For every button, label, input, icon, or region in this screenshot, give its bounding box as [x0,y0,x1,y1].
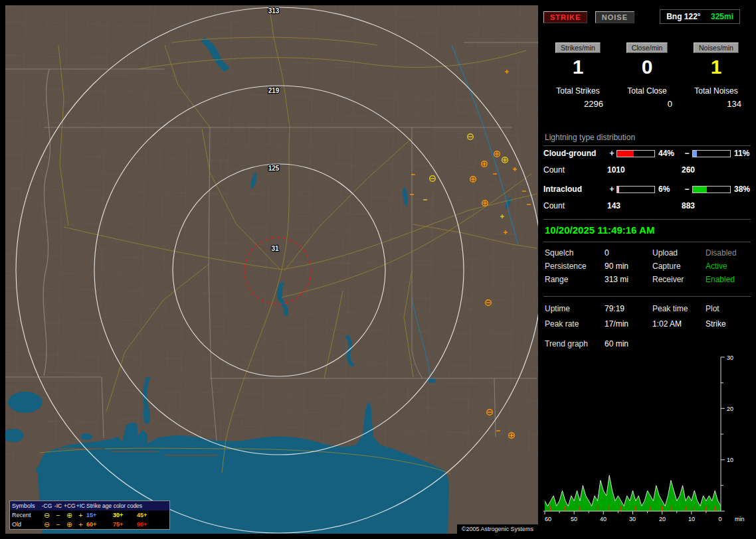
legend-old-label: Old [12,521,41,528]
squelch-label: Squelch [545,248,605,258]
datetime-display: 10/20/2025 11:49:16 AM [543,224,751,236]
trend-header: Trend graph 60 min [543,339,751,348]
svg-text:60: 60 [545,516,551,522]
total-value-row: 2296 0 134 [543,99,751,109]
intracloud-label: Intracloud [543,185,607,194]
copyright-notice: ©2005 Astrogenic Systems [457,524,538,534]
plot-value: Strike [706,319,752,329]
close-rate-value: 0 [613,56,682,78]
minus-sign: − [682,149,692,158]
recent-neg-ic-icon: − [52,512,64,518]
county-grid [5,5,538,463]
total-strikes-label: Total Strikes [543,86,613,96]
receiver-value: Enabled [706,275,752,284]
receiver-label: Receiver [652,275,706,284]
noises-rate-value: 1 [682,56,751,78]
svg-text:30: 30 [727,354,733,361]
trend-y-labels: 30 20 10 [727,354,733,463]
svg-text:30: 30 [629,516,636,522]
plot-label: Plot [706,304,752,313]
old-neg-ic-icon: − [52,521,64,528]
total-strikes-value: 2296 [543,99,613,109]
cg-negative-bar [692,150,731,157]
total-close-label: Total Close [613,86,682,96]
age-15: 15+ [86,512,113,518]
settings-row-2: Persistence 90 min Capture Active [543,262,751,271]
old-pos-cg-icon: ⊕ [64,521,75,528]
peak-rate-value: 17/min [605,319,652,329]
squelch-value: 0 [605,248,652,258]
legend-col-neg-cg: -CG [41,502,52,509]
noise-mode-button[interactable]: NOISE [595,11,634,23]
uptime-value: 79:19 [605,304,652,313]
peak-rate-label: Peak rate [545,319,605,329]
mode-toolbar: STRIKE NOISE Bng 122° 325mi [543,11,751,25]
ring-label-125: 125 [268,165,280,172]
age-45: 45+ [137,512,161,518]
range-label: Range [545,275,605,284]
recent-pos-cg-icon: ⊕ [64,512,75,518]
settings-row-3: Range 313 mi Receiver Enabled [543,275,751,284]
divider [543,296,751,297]
legend-recent-label: Recent [12,512,41,518]
total-noises-value: 134 [682,99,751,109]
noises-per-min-button[interactable]: Noises/min [694,42,739,53]
trend-x-labels: 60 50 40 30 20 10 0 min [545,516,745,522]
old-pos-ic-icon: + [75,521,86,528]
trend-graph: 30 20 10 60 50 40 30 20 10 0 min [543,353,751,531]
total-noises-label: Total Noises [682,86,751,96]
strikes-per-min-button[interactable]: Strikes/min [555,42,601,53]
strike-mode-button[interactable]: STRIKE [543,11,587,23]
ic-negative-bar [692,186,731,193]
recent-neg-cg-icon: ⊖ [41,512,52,518]
cloud-ground-label: Cloud-ground [543,149,607,158]
strikes-rate-value: 1 [543,56,613,78]
ic-positive-bar [616,186,655,193]
peak-time-value: 1:02 AM [652,319,706,329]
legend-old-row: Old ⊖ − ⊕ + 60+ 75+ 90+ [10,520,169,529]
capture-value: Active [706,262,752,271]
cg-positive-count: 1010 [607,165,682,175]
legend-symbols-label: Symbols [12,502,41,509]
persistence-label: Persistence [545,262,605,271]
capture-label: Capture [652,262,706,271]
legend-header-row: Symbols -CG -IC +CG +IC Strike age color… [10,501,169,510]
intracloud-count-row: Count 143 883 [543,201,751,210]
range-readout: 325mi [711,12,733,21]
strike-legend: Symbols -CG -IC +CG +IC Strike age color… [9,501,170,530]
age-75: 75+ [113,521,137,528]
ic-negative-count: 883 [682,201,751,210]
ic-positive-count: 143 [607,201,682,210]
count-label: Count [543,165,607,175]
age-30: 30+ [113,512,137,518]
legend-col-pos-ic: +IC [75,502,86,509]
divider [543,219,751,220]
ic-negative-pct: 38% [731,185,751,194]
cg-negative-pct: 11% [731,149,751,158]
svg-text:10: 10 [727,457,733,463]
status-sidebar: STRIKE NOISE Bng 122° 325mi Strikes/min … [543,5,751,534]
map-panel[interactable]: 313 219 125 31 Symbols -CG -IC +CG +IC S… [5,5,538,534]
upload-value: Disabled [706,248,752,258]
legend-col-neg-ic: -IC [52,502,64,509]
persistence-value: 90 min [605,262,652,271]
rate-header-row: Strikes/min Close/min Noises/min [543,41,751,53]
status-row-2: Peak rate 17/min 1:02 AM Strike [543,319,751,329]
trend-window-value: 60 min [605,339,752,348]
svg-text:40: 40 [600,516,607,522]
plus-sign: + [607,185,616,194]
svg-text:0: 0 [718,516,721,522]
legend-recent-row: Recent ⊖ − ⊕ + 15+ 30+ 45+ [10,510,169,520]
status-row-1: Uptime 79:19 Peak time Plot [543,304,751,313]
age-60: 60+ [86,521,113,528]
peak-time-label: Peak time [652,304,706,313]
divider [543,242,751,242]
lightning-map[interactable]: 313 219 125 31 [5,5,538,534]
svg-text:10: 10 [688,516,695,522]
old-neg-cg-icon: ⊖ [41,521,52,528]
plus-sign: + [607,149,616,158]
intracloud-row: Intracloud + 6% − 38% [543,185,751,194]
close-per-min-button[interactable]: Close/min [626,42,668,53]
cg-positive-pct: 44% [655,149,682,158]
bearing-panel: Bng 122° 325mi [660,9,740,24]
